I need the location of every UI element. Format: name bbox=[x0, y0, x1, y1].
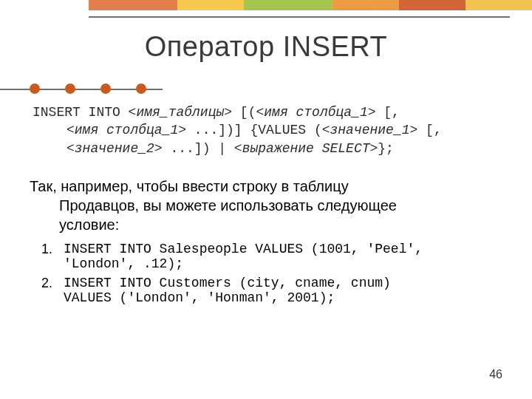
syntax-text: INSERT INTO < bbox=[33, 105, 136, 120]
slide-title: Оператор INSERT bbox=[0, 31, 532, 63]
list-item: INSERT INTO Customers (city, cname, cnum… bbox=[52, 276, 502, 305]
dot-icon bbox=[136, 83, 146, 94]
bullet-dots bbox=[30, 83, 146, 94]
paragraph: Так, например, чтобы ввести строку в таб… bbox=[30, 177, 502, 234]
syntax-text: > [, bbox=[368, 105, 400, 120]
syntax-placeholder: значение_1 bbox=[330, 123, 409, 137]
top-rule bbox=[89, 16, 510, 18]
syntax-placeholder: значение_2 bbox=[75, 141, 154, 156]
syntax-text: > [(< bbox=[224, 105, 264, 120]
syntax-placeholder: имя столбца_1 bbox=[264, 105, 367, 120]
dot-icon bbox=[65, 83, 75, 94]
syntax-text: > ...])] {VALUES (< bbox=[178, 123, 330, 137]
code-line: INSERT INTO Salespeople VALUES (1001, 'P… bbox=[64, 242, 502, 256]
syntax-text: < bbox=[66, 141, 75, 156]
syntax-placeholder: имя столбца_1 bbox=[75, 123, 178, 137]
slide: Оператор INSERT INSERT INTO <имя_таблицы… bbox=[0, 0, 532, 399]
code-line: 'London', .12); bbox=[64, 256, 502, 271]
syntax-block: INSERT INTO <имя_таблицы> [(<имя столбца… bbox=[30, 103, 502, 157]
para-line: Продавцов, вы можете использовать следую… bbox=[30, 196, 502, 215]
syntax-text: >}; bbox=[370, 141, 394, 156]
list-item: INSERT INTO Salespeople VALUES (1001, 'P… bbox=[52, 242, 502, 271]
dot-icon bbox=[30, 83, 40, 94]
syntax-placeholder: выражение SELECT bbox=[242, 141, 370, 156]
para-line: условие: bbox=[30, 215, 502, 234]
content-area: INSERT INTO <имя_таблицы> [(<имя столбца… bbox=[30, 103, 502, 310]
code-line: VALUES ('London', 'Honman', 2001); bbox=[64, 290, 502, 305]
dot-icon bbox=[100, 83, 111, 94]
code-line: INSERT INTO Customers (city, cname, cnum… bbox=[64, 276, 502, 290]
para-line: Так, например, чтобы ввести строку в таб… bbox=[30, 178, 349, 194]
syntax-placeholder: имя_таблицы bbox=[136, 105, 224, 120]
syntax-text: > ...]) | < bbox=[154, 141, 242, 156]
page-number: 46 bbox=[489, 368, 502, 381]
syntax-text: < bbox=[66, 123, 75, 137]
examples-list: INSERT INTO Salespeople VALUES (1001, 'P… bbox=[30, 242, 502, 305]
syntax-text: > [, bbox=[410, 123, 442, 137]
decorative-banner bbox=[89, 0, 532, 10]
